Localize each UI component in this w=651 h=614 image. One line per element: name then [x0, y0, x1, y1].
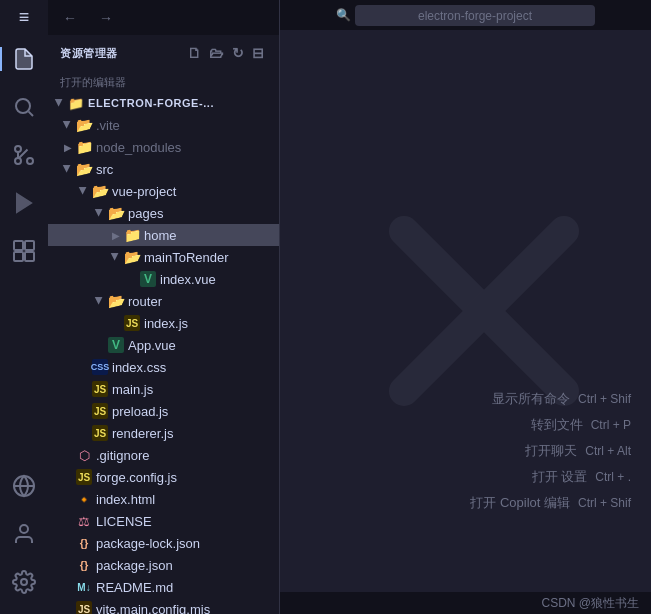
explorer-activity-icon[interactable]: [0, 35, 48, 83]
tree-item-label: .vite: [96, 118, 120, 133]
new-folder-icon[interactable]: 🗁: [207, 43, 226, 63]
js-file-icon: JS: [92, 381, 108, 397]
tree-item-label: main.js: [112, 382, 153, 397]
folder-file-icon: 📂: [76, 161, 92, 177]
shortcut-label: 打开 设置: [532, 468, 588, 486]
tree-item-label: src: [96, 162, 113, 177]
tree-item-label: index.vue: [160, 272, 216, 287]
license-file-icon: ⚖: [76, 513, 92, 529]
tree-item-mainToRender[interactable]: ▶📂mainToRender: [48, 246, 279, 268]
tree-item--vite[interactable]: ▶📂.vite: [48, 114, 279, 136]
html-file-icon: 🔸: [76, 491, 92, 507]
status-text: CSDN @狼性书生: [541, 595, 639, 612]
new-file-icon[interactable]: 🗋: [185, 43, 204, 63]
expand-arrow: ▶: [60, 161, 76, 177]
status-bar: CSDN @狼性书生: [280, 592, 651, 614]
shortcut-key: Ctrl + Alt: [585, 444, 631, 458]
settings-icon: [12, 570, 36, 594]
tree-item-index-css[interactable]: CSSindex.css: [48, 356, 279, 378]
extensions-icon: [12, 239, 36, 263]
tree-item-README-md[interactable]: M↓README.md: [48, 576, 279, 598]
project-root-item[interactable]: ▶ 📁 ELECTRON-FORGE-...: [48, 92, 279, 114]
tree-item-label: preload.js: [112, 404, 168, 419]
open-editors-label: 打开的编辑器: [48, 71, 279, 92]
search-container[interactable]: 🔍 electron-forge-project: [336, 5, 595, 26]
md-file-icon: M↓: [76, 579, 92, 595]
account-icon: [12, 522, 36, 546]
tree-item-package-lock-json[interactable]: {}package-lock.json: [48, 532, 279, 554]
run-activity-icon[interactable]: [0, 179, 48, 227]
expand-arrow: ▶: [76, 183, 92, 199]
tree-item-index-html[interactable]: 🔸index.html: [48, 488, 279, 510]
tree-item-App-vue[interactable]: VApp.vue: [48, 334, 279, 356]
svg-point-3: [15, 146, 21, 152]
refresh-icon[interactable]: ↻: [230, 43, 247, 63]
svg-rect-7: [25, 241, 34, 250]
shortcut-key: Ctrl + .: [595, 470, 631, 484]
git-activity-icon[interactable]: [0, 131, 48, 179]
folder-file-icon: 📂: [92, 183, 108, 199]
shortcut-hint: 打开 Copilot 编辑Ctrl + Shif: [470, 494, 631, 512]
svg-point-4: [15, 158, 21, 164]
account-activity-icon[interactable]: [0, 510, 48, 558]
extensions-activity-icon[interactable]: [0, 227, 48, 275]
project-name: ELECTRON-FORGE-...: [88, 97, 214, 109]
folder-file-icon: 📁: [76, 139, 92, 155]
tree-item-main-js[interactable]: JSmain.js: [48, 378, 279, 400]
tree-item-label: package.json: [96, 558, 173, 573]
search-activity-icon[interactable]: [0, 83, 48, 131]
tree-item-label: package-lock.json: [96, 536, 200, 551]
tree-item--gitignore[interactable]: ⬡.gitignore: [48, 444, 279, 466]
tree-item-index-js[interactable]: JSindex.js: [48, 312, 279, 334]
tree-item-router[interactable]: ▶📂router: [48, 290, 279, 312]
tree-item-index-vue[interactable]: Vindex.vue: [48, 268, 279, 290]
file-tree: ▶📂.vite▶📁node_modules▶📂src▶📂vue-project▶…: [48, 114, 279, 614]
sidebar-header: 资源管理器 🗋 🗁 ↻ ⊟: [48, 35, 279, 71]
sidebar: ← → 资源管理器 🗋 🗁 ↻ ⊟ 打开的编辑器 ▶ 📁 ELECTRON-FO…: [48, 0, 280, 614]
tree-item-forge-config-js[interactable]: JSforge.config.js: [48, 466, 279, 488]
svg-rect-9: [25, 252, 34, 261]
shortcut-hint: 打开 设置Ctrl + .: [532, 468, 631, 486]
tree-item-src[interactable]: ▶📂src: [48, 158, 279, 180]
js-file-icon: JS: [92, 425, 108, 441]
folder-file-icon: 📂: [76, 117, 92, 133]
shortcut-hint: 转到文件Ctrl + P: [531, 416, 631, 434]
expand-arrow: ▶: [60, 117, 76, 133]
tree-item-label: router: [128, 294, 162, 309]
forward-button[interactable]: →: [92, 4, 120, 32]
tree-item-label: index.html: [96, 492, 155, 507]
tree-item-label: index.js: [144, 316, 188, 331]
source-control-icon: [12, 143, 36, 167]
vscode-watermark: [384, 211, 584, 411]
search-bar[interactable]: electron-forge-project: [355, 5, 595, 26]
project-expand-arrow: ▶: [52, 95, 68, 111]
tree-item-package-json[interactable]: {}package.json: [48, 554, 279, 576]
remote-activity-icon[interactable]: [0, 462, 48, 510]
tree-item-label: index.css: [112, 360, 166, 375]
tree-item-home[interactable]: ▶📁home: [48, 224, 279, 246]
shortcut-label: 打开聊天: [525, 442, 577, 460]
folder-file-icon: 📂: [124, 249, 140, 265]
tree-item-pages[interactable]: ▶📂pages: [48, 202, 279, 224]
tree-item-renderer-js[interactable]: JSrenderer.js: [48, 422, 279, 444]
expand-arrow: ▶: [92, 205, 108, 221]
tree-item-node_modules[interactable]: ▶📁node_modules: [48, 136, 279, 158]
collapse-icon[interactable]: ⊟: [250, 43, 267, 63]
tree-item-preload-js[interactable]: JSpreload.js: [48, 400, 279, 422]
project-folder-icon: 📁: [68, 95, 84, 111]
back-button[interactable]: ←: [56, 4, 84, 32]
svg-line-1: [29, 112, 33, 116]
tree-item-vite-main-config-mjs[interactable]: JSvite.main.config.mjs: [48, 598, 279, 614]
settings-activity-icon[interactable]: [0, 558, 48, 606]
shortcut-key: Ctrl + P: [591, 418, 631, 432]
tree-item-vue-project[interactable]: ▶📂vue-project: [48, 180, 279, 202]
tree-item-label: App.vue: [128, 338, 176, 353]
run-debug-icon: [12, 191, 36, 215]
tree-item-label: .gitignore: [96, 448, 149, 463]
js-file-icon: JS: [92, 403, 108, 419]
hamburger-menu[interactable]: ≡: [0, 0, 48, 35]
tree-item-LICENSE[interactable]: ⚖LICENSE: [48, 510, 279, 532]
hamburger-icon: ≡: [19, 7, 30, 28]
git-file-icon: ⬡: [76, 447, 92, 463]
svg-point-11: [20, 525, 28, 533]
